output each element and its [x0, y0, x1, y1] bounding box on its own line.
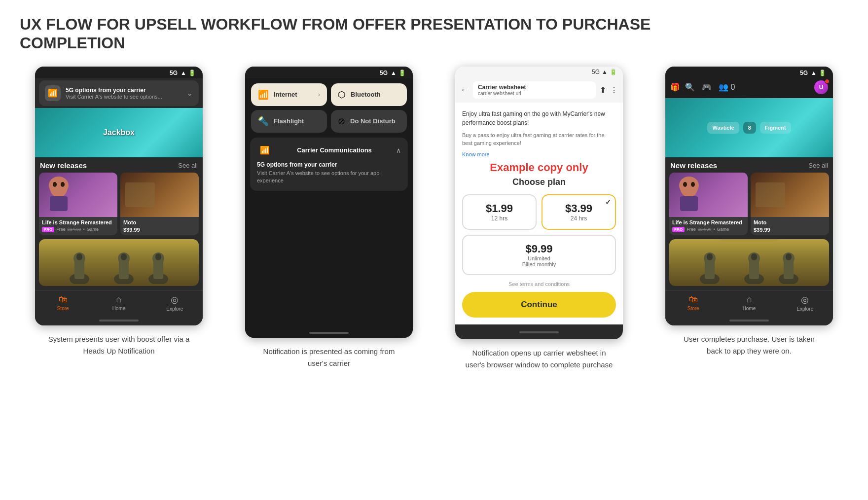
lis-card-meta: PRO Free $24.99 • Game	[42, 227, 114, 232]
gamepad-icon[interactable]: 🎮	[702, 82, 712, 92]
screen1-col: 5G ▲ 🔋 📶 5G options from your carrier Vi…	[20, 67, 218, 357]
screen1-status-5g: 5G	[170, 70, 178, 76]
screen3-col: 5G ▲ 🔋 ← Carrier websheet carrier webshe…	[440, 67, 638, 371]
screen4-moto-card-meta: $39.99	[754, 227, 826, 233]
screen4-home-bar	[729, 320, 769, 321]
signal-icon2: ▲	[391, 70, 397, 76]
screen4-game-card-lis[interactable]: Life is Strange Remastered PRO Free $24.…	[669, 173, 748, 235]
screen4-game-card-moto[interactable]: Moto $39.99	[751, 173, 829, 235]
svg-rect-17	[155, 253, 161, 260]
search-icon[interactable]: 🔍	[685, 82, 695, 92]
flashlight-tile[interactable]: 🔦 Flashlight	[251, 110, 327, 133]
free-label: Free	[56, 227, 66, 232]
plan-199-duration: 12 hrs	[468, 215, 531, 222]
original-price: $24.99	[68, 227, 81, 232]
more-options-icon[interactable]: ⋮	[610, 85, 618, 95]
plan-399-duration: 24 hrs	[547, 215, 610, 222]
screen4-game-type-label: Game	[717, 227, 729, 232]
screen2-home-bar	[309, 332, 349, 334]
carrier-notif-body: 5G options from your carrier Visit Carri…	[250, 161, 408, 191]
screen2-home-indicator	[245, 329, 413, 338]
game-card-moto[interactable]: Moto $39.99	[120, 173, 199, 235]
battery-icon4: 🔋	[819, 70, 826, 76]
websheet-body: Enjoy ultra fast gaming on the go with M…	[455, 103, 623, 324]
screen1-description: System presents user with boost offer vi…	[40, 333, 198, 357]
notification-banner[interactable]: 📶 5G options from your carrier Visit Car…	[39, 80, 199, 106]
plan-199[interactable]: $1.99 12 hrs	[462, 194, 537, 230]
screen4-nav-home[interactable]: ⌂ Home	[721, 294, 777, 312]
screen3-description: Notification opens up carrier websheet i…	[460, 347, 618, 371]
back-button[interactable]: ←	[460, 85, 469, 95]
battery-icon: 🔋	[188, 70, 196, 76]
screen4-lis-card-name: Life is Strange Remastered	[672, 219, 745, 226]
svg-rect-23	[756, 182, 785, 207]
battery-icon2: 🔋	[398, 70, 406, 76]
svg-point-4	[61, 182, 65, 187]
svg-rect-9	[76, 253, 82, 260]
screen4-soldier-scene	[669, 239, 829, 286]
game-cards-row: Life is Strange Remastered PRO Free $24.…	[35, 173, 203, 239]
screen4-nav-explore[interactable]: ◎ Explore	[777, 294, 833, 312]
lis-card-name: Life is Strange Remastered	[42, 219, 114, 226]
avatar-badge	[825, 79, 830, 84]
plan-399[interactable]: ✓ $3.99 24 hrs	[542, 194, 616, 230]
gift-icon: 🎁	[670, 82, 680, 92]
page-title: UX FLOW FOR UPSELL WORKFLOW FROM OFFER P…	[20, 15, 710, 53]
big-game-card[interactable]	[39, 239, 199, 286]
bluetooth-tile[interactable]: ⬡ Bluetooth	[331, 83, 407, 106]
screens-row: 5G ▲ 🔋 📶 5G options from your carrier Vi…	[20, 67, 848, 371]
svg-rect-31	[751, 253, 757, 260]
lis-character-svg	[39, 173, 78, 217]
moto-card-img	[120, 173, 199, 217]
plan-999[interactable]: $9.99 Unlimited Billed monthly	[462, 235, 616, 275]
people-icon[interactable]: 👥 0	[719, 82, 735, 92]
nav-store[interactable]: 🛍 Store	[35, 294, 91, 312]
do-not-disturb-tile[interactable]: ⊘ Do Not Disturb	[331, 110, 407, 133]
continue-button[interactable]: Continue	[462, 292, 616, 318]
share-icon[interactable]: ⬆	[600, 85, 606, 95]
game-type-label: Game	[87, 227, 99, 232]
screen2-empty-area	[245, 191, 413, 329]
url-subtitle: carrier websheet url	[478, 91, 591, 96]
screen4-see-all-link[interactable]: See all	[808, 162, 828, 169]
svg-rect-27	[707, 253, 713, 260]
carrier-notif-section[interactable]: 📶 Carrier Communications ∧ 5G options fr…	[250, 138, 408, 191]
bluetooth-label: Bluetooth	[351, 91, 381, 98]
soldier-scene	[39, 239, 199, 286]
new-releases-title: New releases	[40, 161, 87, 170]
screen3-status-5g: 5G	[592, 69, 600, 75]
promo-text: Enjoy ultra fast gaming on the go with M…	[462, 109, 616, 127]
screen4-lis-character-svg	[669, 173, 709, 217]
nav-home[interactable]: ⌂ Home	[91, 294, 146, 312]
see-all-link[interactable]: See all	[178, 162, 198, 169]
carrier-notif-header: 📶 Carrier Communications ∧	[250, 138, 408, 161]
screen2-status-5g: 5G	[380, 70, 388, 76]
wifi-icon: 📶	[258, 89, 269, 100]
flashlight-label: Flashlight	[274, 117, 304, 125]
carrier-notif-expand-icon[interactable]: ∧	[396, 146, 401, 154]
flashlight-icon: 🔦	[258, 116, 269, 127]
carrier-notif-body-title: 5G options from your carrier	[257, 161, 401, 168]
screen4-status-5g: 5G	[800, 70, 808, 76]
screen4-original-price: $24.99	[698, 227, 712, 232]
lis-card-img	[39, 173, 117, 217]
nav-explore[interactable]: ◎ Explore	[147, 294, 203, 312]
screen4-moto-card-name: Moto	[754, 219, 826, 226]
screen1-frame: 5G ▲ 🔋 📶 5G options from your carrier Vi…	[35, 67, 203, 325]
store-label: Store	[57, 306, 69, 311]
notif-expand-icon[interactable]: ⌄	[187, 89, 193, 97]
avatar[interactable]: U	[814, 80, 828, 94]
game-card-lis[interactable]: Life is Strange Remastered PRO Free $24.…	[39, 173, 117, 235]
websheet-toolbar: ← Carrier websheet carrier websheet url …	[455, 77, 623, 103]
terms-link[interactable]: See terms and conditions	[462, 281, 616, 287]
screen4-nav-store[interactable]: 🛍 Store	[665, 294, 721, 312]
screen4-status-bar: 5G ▲ 🔋	[665, 67, 833, 78]
bottom-nav: 🛍 Store ⌂ Home ◎ Explore	[35, 290, 203, 317]
screen4-home-label: Home	[743, 306, 756, 311]
know-more-link[interactable]: Know more	[462, 151, 490, 157]
screen4-big-game-card[interactable]: Boost activated	[669, 239, 829, 286]
internet-tile[interactable]: 📶 Internet ›	[251, 83, 327, 106]
carrier-notif-body-text: Visit Carrier A's website to see options…	[257, 170, 401, 185]
svg-rect-35	[786, 253, 792, 260]
screen1-status-bar: 5G ▲ 🔋	[35, 67, 203, 78]
